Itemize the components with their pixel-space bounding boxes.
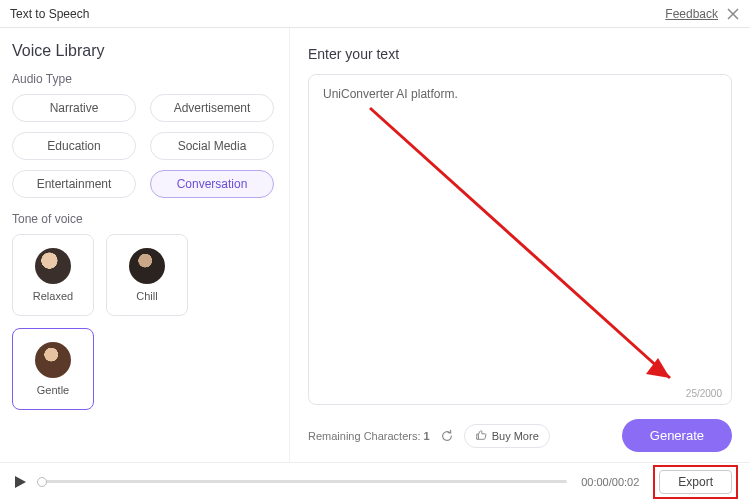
voice-label: Gentle — [37, 384, 69, 396]
audio-type-chip[interactable]: Social Media — [150, 132, 274, 160]
player-bar: 00:00/00:02 Export — [0, 462, 750, 500]
audio-type-chips: NarrativeAdvertisementEducationSocial Me… — [12, 94, 277, 198]
close-icon[interactable] — [726, 7, 740, 21]
export-highlight: Export — [653, 465, 738, 499]
voice-card[interactable]: Relaxed — [12, 234, 94, 316]
seek-track[interactable] — [42, 480, 567, 483]
voice-library-title: Voice Library — [12, 42, 277, 60]
top-bar: Text to Speech Feedback — [0, 0, 750, 28]
avatar — [35, 342, 71, 378]
thumbs-up-icon — [475, 429, 487, 443]
audio-type-chip[interactable]: Conversation — [150, 170, 274, 198]
time-display: 00:00/00:02 — [581, 476, 639, 488]
avatar — [129, 248, 165, 284]
remaining-characters-label: Remaining Characters: 1 — [308, 430, 430, 442]
audio-type-chip[interactable]: Advertisement — [150, 94, 274, 122]
voice-label: Relaxed — [33, 290, 73, 302]
voice-card[interactable]: Gentle — [12, 328, 94, 410]
enter-text-title: Enter your text — [308, 46, 732, 62]
text-input[interactable] — [308, 74, 732, 405]
generate-button[interactable]: Generate — [622, 419, 732, 452]
play-icon[interactable] — [12, 474, 28, 490]
feedback-link[interactable]: Feedback — [665, 7, 718, 21]
avatar — [35, 248, 71, 284]
main-panel: Enter your text 25/2000 Remaining Charac… — [290, 28, 750, 462]
app-title: Text to Speech — [10, 7, 89, 21]
audio-type-chip[interactable]: Entertainment — [12, 170, 136, 198]
voice-cards: RelaxedChillGentle — [12, 234, 277, 410]
tone-of-voice-label: Tone of voice — [12, 212, 277, 226]
voice-card[interactable]: Chill — [106, 234, 188, 316]
audio-type-chip[interactable]: Education — [12, 132, 136, 160]
audio-type-label: Audio Type — [12, 72, 277, 86]
main-actions: Remaining Characters: 1 Buy More Generat… — [308, 419, 732, 452]
buy-more-button[interactable]: Buy More — [464, 424, 550, 448]
refresh-icon[interactable] — [440, 429, 454, 443]
char-counter: 25/2000 — [686, 388, 722, 399]
voice-label: Chill — [136, 290, 157, 302]
audio-type-chip[interactable]: Narrative — [12, 94, 136, 122]
seek-scrubber[interactable] — [37, 477, 47, 487]
export-button[interactable]: Export — [659, 470, 732, 494]
svg-marker-4 — [15, 476, 26, 488]
voice-library-sidebar: Voice Library Audio Type NarrativeAdvert… — [0, 28, 290, 462]
